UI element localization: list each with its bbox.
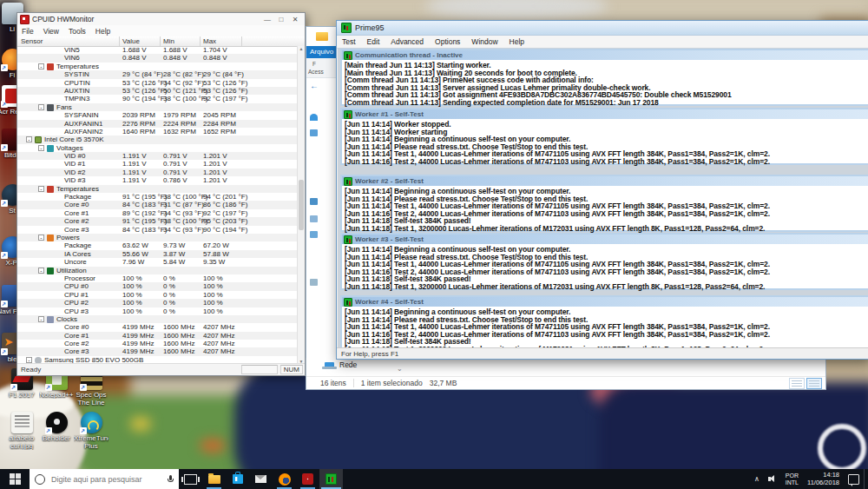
expand-toggle-icon[interactable]: - <box>38 316 44 322</box>
taskbar-firefox[interactable] <box>273 469 296 489</box>
desktop-icon-alfabeto[interactable]: alfabeto curl.jpg <box>5 412 38 450</box>
sensor-row[interactable]: VID #21.191 V0.791 V1.201 V <box>17 169 298 176</box>
worker-window-titlebar[interactable]: Worker #1 - Self-Test <box>342 109 868 119</box>
sensor-row[interactable]: CPU #1100 %0 %100 % <box>17 291 298 299</box>
pictures-folder-icon[interactable] <box>310 231 318 238</box>
expand-toggle-icon[interactable]: - <box>38 186 44 192</box>
sensor-row[interactable]: VIN51.688 V1.688 V1.704 V <box>17 46 298 54</box>
sensor-row[interactable]: IA Cores55.66 W3.87 W57.88 W <box>17 250 298 258</box>
sensor-row[interactable]: -Intel Core i5 3570K <box>17 135 298 143</box>
taskbar-search[interactable] <box>30 469 179 489</box>
column-sensor[interactable]: Sensor <box>21 37 43 45</box>
sensor-row[interactable]: CPUTIN53 °C (126 °F)34 °C (92 °F)53 °C (… <box>17 79 298 87</box>
sensor-row[interactable]: -Voltages <box>17 144 298 152</box>
expand-toggle-icon[interactable]: - <box>26 357 32 363</box>
sensor-row[interactable]: -Fans <box>17 103 298 111</box>
show-desktop-button[interactable] <box>864 469 868 489</box>
sensor-row[interactable]: SYSTIN29 °C (84 °F)28 °C (82 °F)29 °C (8… <box>17 70 298 78</box>
start-button[interactable] <box>0 469 30 489</box>
taskbar-prime95[interactable] <box>319 469 343 489</box>
language-indicator[interactable]: POR INTL <box>781 469 803 489</box>
worker-window-titlebar[interactable]: Worker #4 - Self-Test <box>342 297 868 307</box>
sensor-row[interactable]: AUXFANIN21640 RPM1632 RPM1652 RPM <box>17 128 298 135</box>
worker-window[interactable]: Worker #3 - Self-Test[Jun 11 14:14] Begi… <box>340 233 868 290</box>
expand-toggle-icon[interactable]: - <box>26 136 32 142</box>
expand-toggle-icon[interactable]: - <box>38 235 44 241</box>
sensor-row[interactable]: -Temperatures <box>17 185 298 193</box>
menu-options[interactable]: Options <box>435 37 460 46</box>
microphone-icon[interactable] <box>168 475 174 484</box>
this-pc-icon[interactable] <box>310 198 318 205</box>
worker-window-titlebar[interactable]: Worker #3 - Self-Test <box>342 235 868 244</box>
sensor-row[interactable]: Uncore7.96 W5.84 W9.35 W <box>17 258 298 266</box>
sensor-row[interactable]: VID #11.191 V0.791 V1.201 V <box>17 160 298 168</box>
quick-access-icon[interactable] <box>310 129 318 136</box>
hwmonitor-window[interactable]: CPUID HWMonitor — □ ✕ File View Tools He… <box>16 12 306 376</box>
minimize-button[interactable]: — <box>260 16 274 23</box>
sensor-row[interactable]: Core #291 °C (195 °F)38 °C (100 °F)95 °C… <box>17 217 298 225</box>
worker-window[interactable]: Worker #1 - Self-Test[Jun 11 14:14] Work… <box>340 108 868 165</box>
hwmonitor-scrollbar[interactable]: ▲ ▼ <box>297 46 305 364</box>
menu-help[interactable]: Help <box>510 37 524 46</box>
sensor-row[interactable]: Package63.62 W9.73 W67.20 W <box>17 241 298 249</box>
menu-help[interactable]: Help <box>95 27 110 36</box>
sensor-row[interactable]: Package91 °C (195 °F)38 °C (100 °F)94 °C… <box>17 193 298 201</box>
volume-button[interactable] <box>764 469 781 489</box>
sensor-row[interactable]: AUXTIN53 °C (126 °F)50 °C (121 °F)53 °C … <box>17 87 298 95</box>
file-explorer-bottom[interactable]: Rede ⌄ 16 itens 1 item selecionado 32,7 … <box>306 358 826 390</box>
prime95-titlebar[interactable]: Prime95 <box>337 21 868 36</box>
expand-toggle-icon[interactable]: - <box>38 145 44 151</box>
menu-test[interactable]: Test <box>342 37 356 46</box>
expand-toggle-icon[interactable]: - <box>38 63 44 69</box>
close-button[interactable]: ✕ <box>288 16 302 23</box>
hwmonitor-titlebar[interactable]: CPUID HWMonitor — □ ✕ <box>17 13 305 25</box>
worker-window[interactable]: Communication thread - Inactive[Main thr… <box>340 49 868 106</box>
expand-toggle-icon[interactable]: - <box>38 104 44 110</box>
sensor-row[interactable]: -Temperatures <box>17 63 298 70</box>
thumbnail-view-button[interactable] <box>806 378 822 389</box>
sensor-row[interactable]: Core #384 °C (183 °F)34 °C (93 °F)90 °C … <box>17 226 298 234</box>
details-view-button[interactable] <box>789 378 805 389</box>
documents-folder-icon[interactable] <box>310 215 318 222</box>
sensor-row[interactable]: VID #31.191 V0.786 V1.201 V <box>17 176 298 184</box>
sensor-row[interactable]: SYSFANIN2039 RPM1979 RPM2045 RPM <box>17 111 298 119</box>
sensor-row[interactable]: Core #04199 MHz1600 MHz4207 MHz <box>17 323 298 331</box>
menu-view[interactable]: View <box>43 27 59 36</box>
back-arrow-icon[interactable]: ← <box>310 81 319 90</box>
explorer-file-menu[interactable]: Arquivo <box>306 46 339 58</box>
prime95-window[interactable]: Prime95 Test Edit Advanced Options Windo… <box>336 20 868 360</box>
sensor-row[interactable]: -Utilization <box>17 267 298 274</box>
sensor-row[interactable]: VIN60.848 V0.848 V0.848 V <box>17 54 298 62</box>
column-min[interactable]: Min <box>163 37 174 45</box>
drive-icon[interactable] <box>310 279 318 286</box>
menu-file[interactable]: File <box>22 27 34 36</box>
sensor-row[interactable]: AUXFANIN12276 RPM2224 RPM2284 RPM <box>17 120 298 128</box>
clock[interactable]: 14:18 11/06/2018 <box>803 469 844 489</box>
scroll-up-icon[interactable]: ▲ <box>299 46 304 51</box>
action-center-button[interactable] <box>844 469 864 489</box>
tray-chevron-button[interactable]: ∧ <box>750 469 764 489</box>
column-max[interactable]: Max <box>203 37 216 45</box>
taskbar[interactable]: ∧ POR INTL 14:18 11/06/2018 <box>0 469 868 489</box>
desktop-icon-xtremetuner[interactable]: ↗XtremeTuner Plus <box>75 412 108 450</box>
sensor-row[interactable]: CPU #2100 %0 %100 % <box>17 299 298 307</box>
column-value[interactable]: Value <box>122 37 140 45</box>
worker-window-titlebar[interactable]: Communication thread - Inactive <box>342 50 868 60</box>
sensor-row[interactable]: Processor100 %0 %100 % <box>17 274 298 282</box>
scroll-thumb[interactable] <box>299 180 304 230</box>
taskbar-hwmonitor[interactable] <box>296 469 319 489</box>
sensor-row[interactable]: VID #01.191 V0.791 V1.201 V <box>17 152 298 160</box>
sensor-row[interactable]: TMPIN390 °C (194 °F)38 °C (100 °F)92 °C … <box>17 95 298 102</box>
file-explorer-window-edge[interactable]: Arquivo F Acess ← <box>306 26 339 360</box>
taskbar-file-explorer[interactable] <box>202 469 226 489</box>
sensor-row[interactable]: Core #14199 MHz1600 MHz4207 MHz <box>17 332 298 340</box>
worker-window-titlebar[interactable]: Worker #2 - Self-Test <box>342 176 868 186</box>
expand-toggle-icon[interactable]: - <box>38 268 44 274</box>
taskbar-store[interactable] <box>226 469 249 489</box>
desktop-icon-beholder[interactable]: ↗Beholder <box>40 412 73 442</box>
search-input[interactable] <box>49 474 163 485</box>
maximize-button[interactable]: □ <box>274 16 288 23</box>
worker-window[interactable]: Worker #2 - Self-Test[Jun 11 14:14] Begi… <box>340 175 868 232</box>
menu-tools[interactable]: Tools <box>69 27 86 36</box>
sensor-row[interactable]: -Powers <box>17 234 298 241</box>
